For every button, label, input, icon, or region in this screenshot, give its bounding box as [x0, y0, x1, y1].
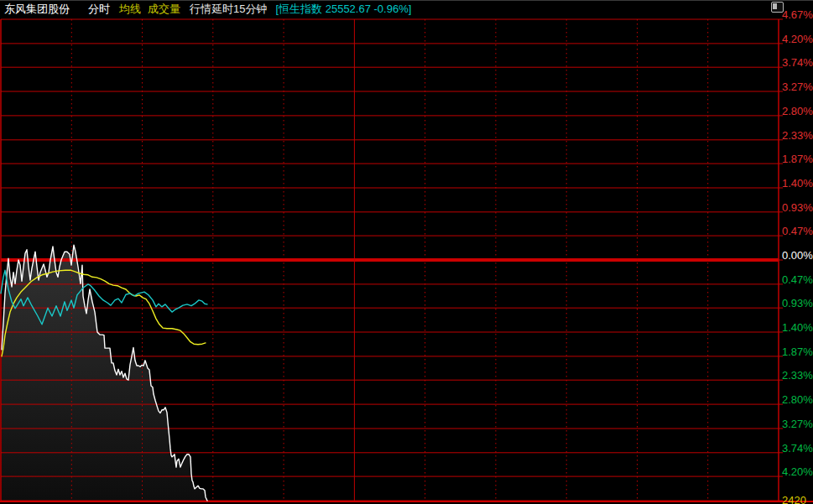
timeshare-chart-plot[interactable] [0, 0, 813, 504]
